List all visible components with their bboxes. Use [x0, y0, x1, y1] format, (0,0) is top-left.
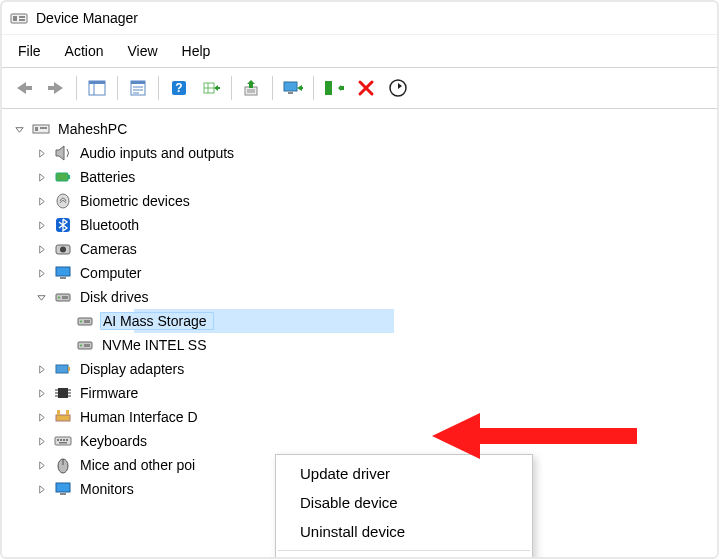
svg-rect-1	[13, 16, 17, 21]
tree-item-keyboards[interactable]: Keyboards	[34, 429, 717, 453]
svg-rect-18	[288, 92, 293, 94]
forward-button[interactable]	[41, 73, 71, 103]
svg-point-29	[60, 247, 66, 253]
firmware-icon	[54, 384, 72, 402]
svg-rect-3	[19, 19, 25, 21]
svg-rect-50	[56, 415, 70, 421]
context-disable-device[interactable]: Disable device	[276, 488, 532, 517]
chevron-right-icon[interactable]	[34, 413, 48, 422]
context-uninstall-device[interactable]: Uninstall device	[276, 517, 532, 546]
chevron-right-icon[interactable]	[34, 389, 48, 398]
disk-icon	[76, 312, 94, 330]
tree-item-nvme-intel[interactable]: NVMe INTEL SS	[56, 333, 717, 357]
svg-point-36	[80, 321, 82, 323]
svg-rect-16	[247, 89, 255, 93]
update-driver-button[interactable]	[237, 73, 267, 103]
menu-view[interactable]: View	[115, 39, 169, 63]
toolbar-separator	[76, 76, 77, 100]
svg-rect-23	[40, 127, 47, 129]
tree-root[interactable]: MaheshPC	[12, 117, 717, 141]
enable-device-button[interactable]	[278, 73, 308, 103]
toolbar-separator	[117, 76, 118, 100]
svg-rect-34	[62, 296, 68, 299]
context-update-driver[interactable]: Update driver	[276, 459, 532, 488]
chevron-down-icon[interactable]	[34, 293, 48, 302]
tree-item-firmware[interactable]: Firmware	[34, 381, 717, 405]
svg-rect-52	[66, 410, 69, 415]
tree-item-hid[interactable]: Human Interface D	[34, 405, 717, 429]
tree-item-disk-drives[interactable]: Disk drives	[34, 285, 717, 309]
disk-icon	[54, 288, 72, 306]
svg-point-39	[80, 345, 82, 347]
window-title: Device Manager	[36, 10, 138, 26]
svg-rect-24	[56, 173, 68, 181]
svg-rect-17	[284, 82, 297, 91]
menu-file[interactable]: File	[6, 39, 53, 63]
tree-item-computer[interactable]: Computer	[34, 261, 717, 285]
hid-icon	[54, 408, 72, 426]
tree-item-bluetooth[interactable]: Bluetooth	[34, 213, 717, 237]
chevron-right-icon[interactable]	[34, 437, 48, 446]
context-separator	[278, 550, 530, 551]
chevron-right-icon[interactable]	[34, 269, 48, 278]
show-hide-tree-button[interactable]	[82, 73, 112, 103]
context-menu: Update driver Disable device Uninstall d…	[275, 454, 533, 559]
titlebar: Device Manager	[2, 2, 717, 34]
svg-rect-40	[84, 344, 90, 347]
chevron-right-icon[interactable]	[34, 149, 48, 158]
svg-rect-30	[56, 267, 70, 276]
display-adapter-icon	[54, 360, 72, 378]
svg-rect-62	[60, 493, 66, 495]
pc-icon	[32, 120, 50, 138]
context-scan-hardware[interactable]: Scan for hardware changes	[276, 555, 532, 559]
chevron-right-icon[interactable]	[34, 485, 48, 494]
menu-action[interactable]: Action	[53, 39, 116, 63]
toolbar-separator	[231, 76, 232, 100]
tree-item-display-adapters[interactable]: Display adapters	[34, 357, 717, 381]
svg-text:?: ?	[175, 81, 182, 95]
uninstall-device-button[interactable]	[319, 73, 349, 103]
monitor-icon	[54, 264, 72, 282]
help-button[interactable]: ?	[164, 73, 194, 103]
device-manager-window: Device Manager File Action View Help ?	[0, 0, 719, 559]
svg-rect-41	[56, 365, 68, 373]
chevron-right-icon[interactable]	[34, 461, 48, 470]
tree-item-batteries[interactable]: Batteries	[34, 165, 717, 189]
svg-rect-8	[131, 81, 145, 84]
svg-rect-19	[325, 81, 332, 95]
chevron-right-icon[interactable]	[34, 221, 48, 230]
svg-rect-56	[63, 439, 65, 441]
svg-rect-5	[89, 81, 105, 84]
tree-item-cameras[interactable]: Cameras	[34, 237, 717, 261]
tree-item-biometric[interactable]: Biometric devices	[34, 189, 717, 213]
speaker-icon	[54, 144, 72, 162]
battery-icon	[54, 168, 72, 186]
chevron-right-icon[interactable]	[34, 173, 48, 182]
keyboard-icon	[54, 432, 72, 450]
tree-item-ai-mass-storage[interactable]: AI Mass Storage	[56, 309, 717, 333]
disk-icon	[76, 336, 94, 354]
menu-help[interactable]: Help	[170, 39, 223, 63]
svg-rect-51	[57, 410, 60, 415]
svg-rect-43	[58, 388, 68, 398]
properties-button[interactable]	[123, 73, 153, 103]
svg-rect-31	[60, 277, 66, 279]
view-devices-button[interactable]	[383, 73, 413, 103]
bluetooth-icon	[54, 216, 72, 234]
tree-root-label: MaheshPC	[56, 121, 129, 137]
remove-device-button[interactable]	[351, 73, 381, 103]
toolbar: ?	[2, 68, 717, 109]
chevron-right-icon[interactable]	[34, 245, 48, 254]
svg-rect-25	[68, 175, 70, 179]
svg-rect-57	[66, 439, 68, 441]
device-tree[interactable]: MaheshPC Audio inputs and outputs Batter…	[2, 109, 717, 559]
chevron-right-icon[interactable]	[34, 365, 48, 374]
fingerprint-icon	[54, 192, 72, 210]
expander-icon[interactable]	[12, 125, 26, 134]
tree-item-audio[interactable]: Audio inputs and outputs	[34, 141, 717, 165]
svg-rect-42	[68, 367, 70, 371]
menubar: File Action View Help	[2, 35, 717, 68]
back-button[interactable]	[9, 73, 39, 103]
scan-hardware-button[interactable]	[196, 73, 226, 103]
chevron-right-icon[interactable]	[34, 197, 48, 206]
